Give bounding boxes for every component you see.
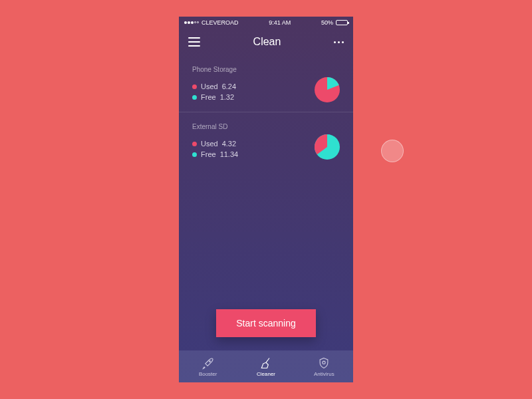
page-title: Clean [253,36,281,48]
phone-free-value: 1.32 [220,93,234,101]
rocket-icon [201,356,215,370]
storage-section-phone: Phone Storage Used 6.24 Free 1.32 [179,55,353,112]
carrier-label: CLEVEROAD [201,19,239,26]
svg-point-3 [323,361,325,364]
sd-free-row: Free 11.34 [192,150,315,158]
status-bar: CLEVEROAD 9:41 AM 50% [179,17,353,29]
tab-antivirus-label: Antivirus [314,371,334,377]
more-icon[interactable] [334,41,344,43]
menu-icon[interactable] [188,37,200,47]
tab-booster-label: Booster [199,371,217,377]
phone-storage-heading: Phone Storage [192,66,315,73]
sd-used-value: 4.32 [222,140,236,148]
phone-used-row: Used 6.24 [192,82,315,90]
clock-label: 9:41 AM [269,19,291,26]
sd-heading: External SD [192,123,315,130]
sd-storage-pie [315,134,340,160]
status-right: 50% [321,19,348,26]
tab-bar: Booster Cleaner Antivirus [179,350,353,382]
phone-storage-pie [315,77,340,102]
sd-used-label: Used [201,140,218,148]
spacer [179,169,353,309]
app-screen: CLEVEROAD 9:41 AM 50% Clean Phone Storag… [179,17,353,382]
phone-free-row: Free 1.32 [192,93,315,101]
storage-section-sd: External SD Used 4.32 Free 11.34 [179,112,353,169]
free-dot-icon [192,95,197,100]
touch-indicator-icon [381,140,404,162]
svg-point-2 [209,360,210,362]
start-scanning-button[interactable]: Start scanning [216,309,316,337]
tab-antivirus[interactable]: Antivirus [295,350,353,382]
nav-bar: Clean [179,29,353,55]
sd-used-row: Used 4.32 [192,140,315,148]
used-dot-icon [192,142,197,146]
tab-cleaner[interactable]: Cleaner [237,350,295,382]
tab-booster[interactable]: Booster [179,350,237,382]
broom-icon [259,356,273,370]
battery-icon [336,20,348,25]
free-dot-icon [192,152,197,157]
phone-used-label: Used [201,82,218,90]
phone-used-value: 6.24 [222,82,236,90]
sd-free-value: 11.34 [220,150,239,158]
status-left: CLEVEROAD [184,19,239,26]
sd-free-label: Free [201,150,216,158]
signal-dots-icon [184,21,199,24]
battery-pct: 50% [321,19,333,26]
used-dot-icon [192,84,197,89]
phone-free-label: Free [201,93,216,101]
shield-icon [317,356,331,370]
tab-cleaner-label: Cleaner [257,371,275,377]
